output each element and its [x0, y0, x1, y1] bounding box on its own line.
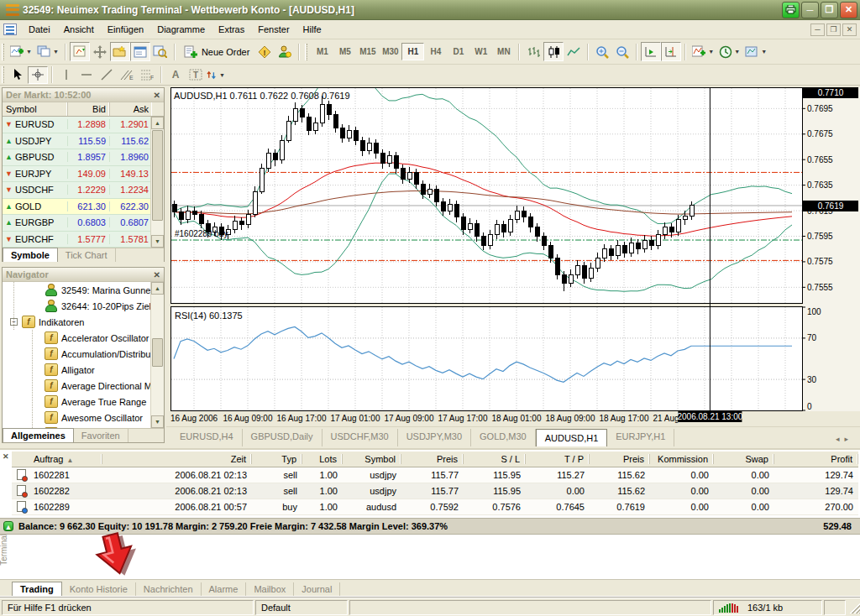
column-symbol[interactable]: Symbol [343, 454, 401, 464]
periods-button[interactable]: ▼ [716, 42, 742, 61]
menu-datei[interactable]: Datei [22, 21, 57, 38]
maximize-button[interactable]: ❐ [821, 2, 838, 18]
timeframe-m5-button[interactable]: M5 [333, 43, 356, 60]
timeframe-m1-button[interactable]: M1 [311, 43, 333, 60]
column-swap[interactable]: Swap [714, 454, 774, 464]
market-watch-row[interactable]: ▲GBPUSD1.89571.8960 [3, 149, 164, 166]
navigator-scrollbar[interactable]: ▲ ▼ [150, 282, 164, 428]
menu-ansicht[interactable]: Ansicht [57, 21, 101, 38]
timeframe-w1-button[interactable]: W1 [469, 43, 492, 60]
mdi-restore-button[interactable]: ❐ [826, 23, 841, 36]
scroll-up-icon[interactable]: ▲ [151, 282, 164, 295]
scroll-down-icon[interactable]: ▼ [151, 415, 164, 428]
timeframe-m30-button[interactable]: M30 [379, 43, 401, 60]
market-watch-row[interactable]: ▲USDJPY115.59115.62 [3, 133, 164, 150]
market-watch-row[interactable]: ▼EURJPY149.09149.13 [3, 166, 164, 183]
navigator-item[interactable]: fAccelerator Oscillator [3, 330, 164, 346]
market-watch-row[interactable]: ▼EURUSD1.28981.2901 [3, 117, 164, 133]
zoom-in-button[interactable] [592, 42, 612, 61]
market-watch-row[interactable]: ▼USDCHF1.22291.2234 [3, 182, 164, 199]
chart-tab-gold-m30[interactable]: GOLD,M30 [471, 429, 536, 446]
tab-allgemeines[interactable]: Allgemeines [3, 428, 74, 442]
scrollbar-thumb[interactable] [152, 130, 163, 221]
tab-journal[interactable]: Journal [294, 582, 340, 596]
crosshair-tool-button[interactable] [28, 66, 48, 84]
tab-nachrichten[interactable]: Nachrichten [136, 582, 202, 596]
fibonacci-tool-button[interactable]: F [137, 66, 157, 84]
scroll-down-icon[interactable]: ▼ [151, 235, 164, 248]
scroll-up-icon[interactable]: ▲ [151, 117, 164, 129]
menu-fenster[interactable]: Fenster [251, 21, 296, 38]
column-kommission[interactable]: Kommission [650, 454, 714, 464]
auto-scroll-button[interactable] [641, 42, 661, 61]
chart-tab-usdchf-m30[interactable]: USDCHF,M30 [322, 429, 398, 446]
column-ask[interactable]: Ask [110, 102, 152, 116]
tab-symbole[interactable]: Symbole [3, 248, 58, 262]
templates-button[interactable]: ▼ [742, 42, 769, 61]
tab-konto-historie[interactable]: Konto Historie [62, 582, 136, 596]
market-watch-close-icon[interactable]: ✕ [154, 91, 160, 100]
navigator-item[interactable]: fAverage Directional Movement [3, 378, 164, 394]
navigator-item[interactable]: fAverage True Range [3, 394, 164, 410]
horizontal-line-tool-button[interactable] [76, 66, 97, 84]
column-typ[interactable]: Typ [252, 454, 302, 464]
close-button[interactable]: ✕ [840, 2, 857, 18]
menu-diagramme[interactable]: Diagramme [150, 21, 212, 38]
timeframe-h4-button[interactable]: H4 [424, 43, 447, 60]
bar-chart-button[interactable] [523, 42, 543, 61]
trendline-tool-button[interactable] [97, 66, 117, 84]
status-profile[interactable]: Default [255, 600, 348, 615]
strategy-tester-button[interactable] [150, 42, 170, 61]
tab-alarme[interactable]: Alarme [202, 582, 247, 596]
tab-tick-chart[interactable]: Tick Chart [58, 248, 116, 262]
profiles-button[interactable]: ▼ [34, 42, 61, 61]
candlestick-button[interactable] [543, 42, 564, 61]
column-lots[interactable]: Lots [302, 454, 343, 464]
ea-person-button[interactable] [275, 42, 295, 61]
text-tool-button[interactable]: A [165, 66, 186, 84]
navigator-item[interactable]: 32644: 10-20Pips Ziel [3, 298, 164, 314]
tab-mailbox[interactable]: Mailbox [246, 582, 294, 596]
channel-tool-button[interactable]: E [117, 66, 137, 84]
timeframe-m15-button[interactable]: M15 [356, 43, 379, 60]
chart-tab-eurjpy-h1[interactable]: EURJPY,H1 [607, 429, 674, 446]
chart-shift-button[interactable] [661, 42, 681, 61]
column-preis[interactable]: Preis [401, 454, 464, 464]
toolbar-grip[interactable] [2, 44, 4, 60]
column-auftrag[interactable]: Auftrag▲ [29, 454, 102, 464]
order-row[interactable]: 16022892006.08.21 00:57buy1.00audusd0.75… [12, 499, 858, 515]
scrollbar-thumb[interactable] [152, 338, 163, 367]
column-zeit[interactable]: Zeit [102, 454, 252, 464]
market-watch-row[interactable]: ▼EURCHF1.57771.5781 [3, 232, 164, 248]
chart-tab-gbpusd-daily[interactable]: GBPUSD,Daily [243, 429, 322, 446]
column-symbol[interactable]: Symbol [3, 102, 68, 116]
market-watch-row[interactable]: ▲EURGBP0.68030.6807 [3, 215, 164, 232]
minimize-button[interactable]: ─ [801, 2, 819, 18]
market-watch-scrollbar[interactable]: ▲ ▼ [150, 117, 164, 248]
column-bid[interactable]: Bid [68, 102, 110, 116]
column-sl[interactable]: S / L [464, 454, 526, 464]
order-row[interactable]: 16022822006.08.21 02:13sell1.00usdjpy115… [12, 483, 858, 499]
data-window-button[interactable] [90, 42, 110, 61]
cursor-tool-button[interactable] [8, 66, 28, 84]
column-tp[interactable]: T / P [526, 454, 590, 464]
chart-tab-eurusd-h4[interactable]: EURUSD,H4 [171, 429, 243, 446]
mdi-minimize-button[interactable]: ─ [810, 23, 825, 36]
timeframe-h1-button[interactable]: H1 [401, 43, 424, 60]
toolbar-grip[interactable] [2, 66, 4, 83]
tab-trading[interactable]: Trading [12, 582, 62, 596]
new-chart-button[interactable]: ▼ [8, 42, 34, 61]
market-watch-title-bar[interactable]: Der Markt: 10:52:00 ✕ [3, 88, 164, 102]
navigator-item[interactable]: fAwesome Oscillator [3, 410, 164, 425]
market-watch-toggle-button[interactable] [70, 42, 90, 61]
timeframe-d1-button[interactable]: D1 [447, 43, 469, 60]
indicators-button[interactable]: ▼ [690, 42, 716, 61]
navigator-toggle-button[interactable] [110, 42, 130, 61]
navigator-close-icon[interactable]: ✕ [154, 270, 160, 279]
resize-grip[interactable] [847, 601, 860, 613]
mdi-close-button[interactable]: ✕ [842, 23, 857, 36]
print-button[interactable] [782, 2, 800, 18]
market-watch-row[interactable]: ▲GOLD621.30622.30 [3, 199, 164, 216]
arrows-tool-button[interactable]: ▼ [206, 66, 226, 84]
chart-tab-audusd-h1[interactable]: AUDUSD,H1 [536, 429, 608, 446]
